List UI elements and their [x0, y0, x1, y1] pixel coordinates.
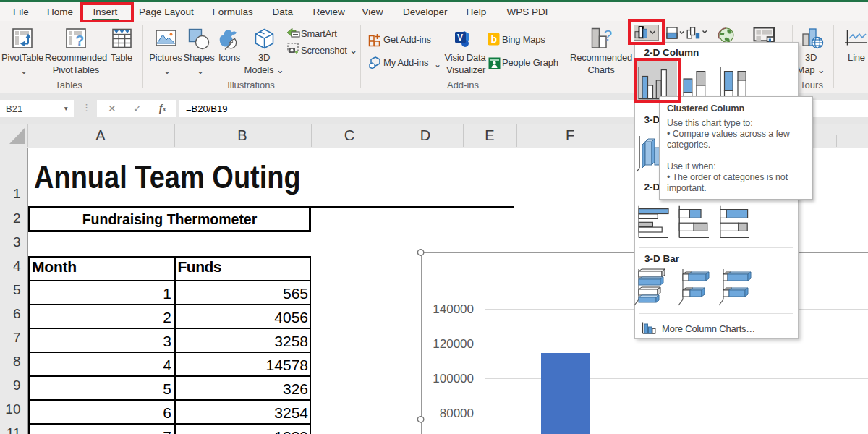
- svg-text:V: V: [457, 33, 463, 43]
- svg-text:?: ?: [604, 27, 613, 43]
- svg-text:b: b: [491, 33, 498, 45]
- svg-text:?: ?: [75, 33, 84, 48]
